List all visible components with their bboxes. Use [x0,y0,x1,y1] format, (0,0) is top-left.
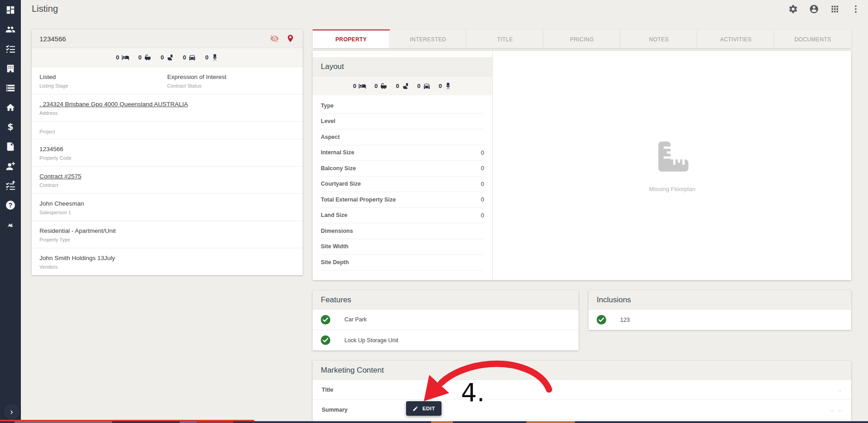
sidebar-item-properties[interactable] [0,98,21,117]
floorplan-placeholder-text: Missing Floorplan [649,186,696,192]
file-icon [5,142,15,152]
vendors-value: John Smith Holdings 13July [39,254,295,262]
fox-logo-icon [5,220,15,230]
bottom-bar-segment [15,421,112,423]
salesperson-value: John Cheesman [39,200,295,207]
bed-icon [122,54,129,61]
dollar-icon: $ [5,122,15,132]
edit-button[interactable]: EDIT [406,401,441,416]
property-type-row: Residential - Apartment/Unit Property Ty… [32,221,303,248]
toilet-icon [166,54,174,61]
annotation-step-number: 4. [461,378,485,407]
page-title: Listing [32,4,58,14]
study-chair-icon [211,54,219,61]
salesperson-label: Salesperson 1 [39,210,295,215]
help-icon: ? [6,201,15,210]
check-circle-icon [596,315,607,325]
feature-label: Lock Up Storage Unit [344,337,398,344]
property-tab-panel: Layout 0 0 0 0 0 Type Level Aspect Inter… [313,51,851,280]
marketing-summary-label: Summary [322,407,348,413]
property-code-heading: 1234566 [39,35,66,43]
contract-status-value: Expression of Interest [167,73,295,81]
eye-off-icon[interactable] [270,34,279,43]
sidebar-item-brand[interactable] [0,215,21,234]
property-type-label: Property Type [39,237,295,242]
kebab-menu-icon [851,4,861,14]
field-dimensions: Dimensions [321,223,484,239]
field-balcony-size: Balcony Size0 [321,161,484,177]
marketing-title-row: Title ‥ [313,380,851,400]
car-icon [423,82,431,90]
sidebar-item-contacts[interactable] [0,20,21,39]
people-icon [5,25,15,34]
property-card-header: 1234566 [32,30,303,48]
property-code-value: 1234566 [39,145,295,153]
contract-label: Contract [39,182,295,188]
features-card: Features Car Park Lock Up Storage Unit [313,290,579,350]
person-add-icon [5,161,15,171]
feature-label: Car Park [344,316,367,323]
inclusions-header: Inclusions [588,290,851,310]
checklist-icon [5,44,15,54]
contract-link[interactable]: Contract #2575 [39,173,81,180]
field-level: Level [321,114,484,130]
sidebar-item-add-task[interactable] [0,176,21,195]
field-site-depth: Site Depth [321,255,484,271]
task-add-icon [5,181,15,191]
tab-activities[interactable]: ACTIVITIES [697,30,775,48]
settings-button[interactable] [787,3,799,15]
dashboard-icon [5,5,15,15]
tab-title[interactable]: TITLE [466,30,544,48]
property-type-value: Residential - Apartment/Unit [39,227,295,235]
sidebar-item-tasks[interactable] [0,39,21,59]
more-menu-button[interactable] [850,3,862,15]
inclusion-label: 123 [620,317,630,323]
tab-interested[interactable]: INTERESTED [390,30,467,48]
field-courtyard-size: Courtyard Size0 [321,177,484,192]
pencil-icon [412,406,418,412]
property-code-label: Property Code [39,155,295,161]
address-label: Address [39,110,295,116]
sidebar-item-help[interactable]: ? [0,195,21,215]
bed-icon [358,82,366,90]
layout-fields: Type Level Aspect Internal Size0 Balcony… [313,95,492,271]
bottom-bar-segment [197,421,233,423]
field-type: Type [321,98,484,114]
marketing-title-label: Title [322,387,333,393]
chevron-right-icon: › [10,407,13,417]
sidebar-item-financials[interactable]: $ [0,117,21,137]
svg-text:$: $ [7,122,13,132]
inclusion-item: 123 [588,310,851,330]
tab-documents[interactable]: DOCUMENTS [774,30,851,48]
property-summary-card: 1234566 0 0 0 0 0 Listed Listing Stage E… [32,30,303,275]
listing-stage-value: Listed [39,73,167,81]
account-button[interactable] [808,3,820,15]
sidebar-item-dashboard[interactable] [0,0,21,20]
features-header: Features [313,290,579,310]
layout-stats-row: 0 0 0 0 0 [313,76,492,95]
field-aspect: Aspect [321,129,484,145]
sidebar-item-inventory[interactable] [0,78,21,98]
stage-status-row: Listed Listing Stage Expression of Inter… [32,67,303,94]
apps-button[interactable] [829,3,841,15]
car-icon [188,54,196,61]
check-circle-icon [320,335,331,345]
tab-property[interactable]: PROPERTY [313,30,390,48]
marketing-content-card: Marketing Content Title ‥ Summary ‥‥ [313,361,851,423]
address-link[interactable]: . 234324 Brisbane Gpo 4000 Queensland AU… [39,101,188,108]
tab-notes[interactable]: NOTES [620,30,697,48]
inclusions-card: Inclusions 123 [588,290,851,330]
sidebar-item-buildings[interactable] [0,59,21,78]
location-pin-icon[interactable] [286,34,295,43]
field-land-size: Land Size0 [321,208,484,224]
storage-rows-icon [5,83,15,93]
tab-pricing[interactable]: PRICING [544,30,621,48]
sidebar-item-documents[interactable] [0,137,21,156]
building-icon [5,64,15,74]
sidebar-item-add-contact[interactable] [0,156,21,176]
check-circle-icon [320,315,331,325]
field-site-width: Site Width [321,239,484,255]
sidebar: $ ? [0,0,21,423]
home-icon [5,103,15,113]
sidebar-expand-button[interactable]: › [3,403,20,420]
